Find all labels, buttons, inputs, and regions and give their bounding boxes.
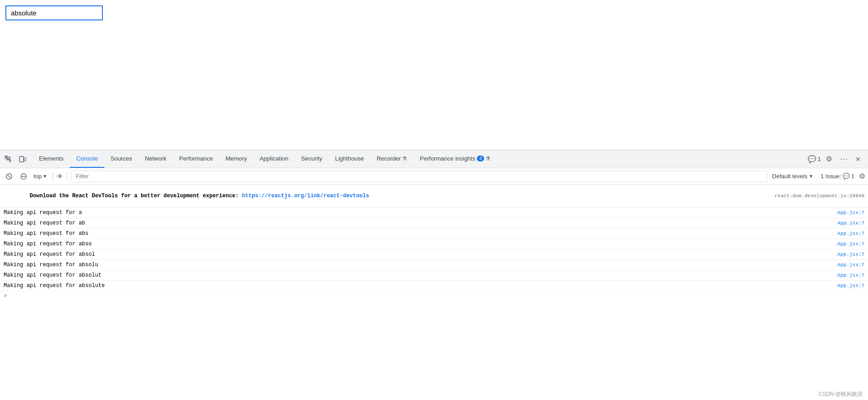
console-settings-icon[interactable]: ⚙ [859, 172, 865, 180]
issue-chat-icon: 💬 [843, 173, 850, 180]
levels-dropdown-icon: ▼ [809, 174, 813, 179]
eye-icon[interactable]: 👁 [57, 173, 63, 180]
filter-area [71, 171, 767, 182]
tab-recorder[interactable]: Recorder ⚗ [370, 150, 413, 168]
svg-line-4 [8, 175, 10, 178]
device-toolbar-icon[interactable] [16, 153, 29, 166]
console-message-text: Making api request for abso [4, 241, 92, 247]
search-input[interactable] [5, 5, 103, 20]
recorder-beaker-icon: ⚗ [402, 156, 407, 162]
top-label: top [34, 173, 42, 180]
console-output: Download the React DevTools for a better… [0, 185, 868, 400]
svg-rect-1 [19, 156, 24, 162]
tab-memory[interactable]: Memory [219, 150, 253, 168]
console-row: Making api request for absolut App.jsx:7 [0, 270, 868, 281]
watermark: CSDN @晓风晓浪 [818, 390, 863, 398]
clear-console-button[interactable] [3, 170, 15, 183]
console-message-text: Making api request for absolut [4, 272, 102, 278]
more-button[interactable]: ⋮ [837, 153, 850, 166]
console-message-text: Making api request for absolu [4, 262, 98, 268]
issue-label: 1 Issue: [820, 173, 841, 180]
console-message-source[interactable]: App.jsx:7 [838, 220, 864, 226]
svg-rect-2 [24, 158, 26, 161]
console-message-source[interactable]: App.jsx:7 [838, 231, 864, 236]
no-entry-button[interactable] [17, 170, 30, 183]
tab-application[interactable]: Application [253, 150, 295, 168]
filter-input[interactable] [73, 171, 765, 182]
devtools-msg-before: Download the React DevTools for a better… [30, 193, 242, 199]
tabs-list: Elements Console Sources Network Perform… [33, 150, 808, 168]
settings-icon: ⚙ [826, 155, 832, 163]
tab-network[interactable]: Network [139, 150, 173, 168]
browser-page [0, 0, 868, 150]
issue-count: 1 [851, 173, 854, 180]
console-row: Download the React DevTools for a better… [0, 185, 868, 208]
tab-performance-insights[interactable]: Performance insights 4 ⚗ [413, 150, 497, 168]
tab-lighthouse[interactable]: Lighthouse [329, 150, 370, 168]
default-levels-button[interactable]: Default levels ▼ [769, 172, 816, 180]
performance-insights-badge: 4 [477, 156, 484, 161]
console-message-source[interactable]: react-dom.development.js:29840 [775, 193, 864, 199]
console-message-text: Making api request for absolute [4, 283, 105, 289]
chat-icon: 💬 [808, 155, 816, 163]
prompt-chevron-icon: > [4, 293, 7, 299]
performance-insights-beaker-icon: ⚗ [485, 156, 490, 162]
settings-button[interactable]: ⚙ [823, 153, 835, 166]
tab-sources[interactable]: Sources [104, 150, 139, 168]
console-message-text: Making api request for abs [4, 230, 88, 237]
issue-button[interactable]: 1 Issue: 💬 1 [818, 172, 857, 180]
console-message-source[interactable]: App.jsx:7 [838, 262, 864, 268]
console-message-source[interactable]: App.jsx:7 [838, 273, 864, 278]
console-row: Making api request for absolu App.jsx:7 [0, 260, 868, 270]
tab-performance[interactable]: Performance [173, 150, 219, 168]
devtools-panel: Elements Console Sources Network Perform… [0, 150, 868, 400]
console-row: Making api request for a App.jsx:7 [0, 208, 868, 218]
toolbar-separator-2 [67, 172, 67, 181]
chat-badge[interactable]: 💬 1 [808, 155, 821, 163]
console-row: Making api request for abso App.jsx:7 [0, 239, 868, 249]
tab-console[interactable]: Console [70, 150, 104, 168]
console-message-text: Making api request for a [4, 210, 82, 216]
close-button[interactable]: ✕ [852, 153, 864, 166]
console-prompt: > [0, 291, 868, 301]
element-picker-icon[interactable] [2, 153, 15, 166]
console-message-text: Download the React DevTools for a better… [4, 186, 369, 205]
toolbar-separator [53, 172, 53, 181]
devtools-tab-bar: Elements Console Sources Network Perform… [0, 150, 868, 168]
console-toolbar: top ▼ 👁 Default levels ▼ 1 Issue: 💬 1 ⚙ [0, 168, 868, 185]
default-levels-label: Default levels [772, 173, 807, 180]
top-dropdown-icon: ▼ [43, 174, 47, 179]
react-devtools-link[interactable]: https://reactjs.org/link/react-devtools [242, 193, 369, 199]
console-row: Making api request for ab App.jsx:7 [0, 218, 868, 229]
console-row: Making api request for abs App.jsx:7 [0, 229, 868, 239]
console-message-source[interactable]: App.jsx:7 [838, 283, 864, 288]
console-message-text: Making api request for absol [4, 251, 95, 258]
console-message-text: Making api request for ab [4, 220, 85, 226]
console-row: Making api request for absol App.jsx:7 [0, 249, 868, 260]
top-context-button[interactable]: top ▼ [32, 172, 49, 180]
close-icon: ✕ [855, 156, 861, 163]
more-icon: ⋮ [839, 156, 848, 163]
tab-security[interactable]: Security [295, 150, 329, 168]
console-row: Making api request for absolute App.jsx:… [0, 281, 868, 291]
devtools-toolbar-right: 💬 1 ⚙ ⋮ ✕ [808, 153, 866, 166]
console-message-source[interactable]: App.jsx:7 [838, 210, 864, 215]
devtools-left-icons [2, 153, 29, 166]
console-message-source[interactable]: App.jsx:7 [838, 241, 864, 247]
console-message-source[interactable]: App.jsx:7 [838, 252, 864, 257]
tab-elements[interactable]: Elements [33, 150, 70, 168]
